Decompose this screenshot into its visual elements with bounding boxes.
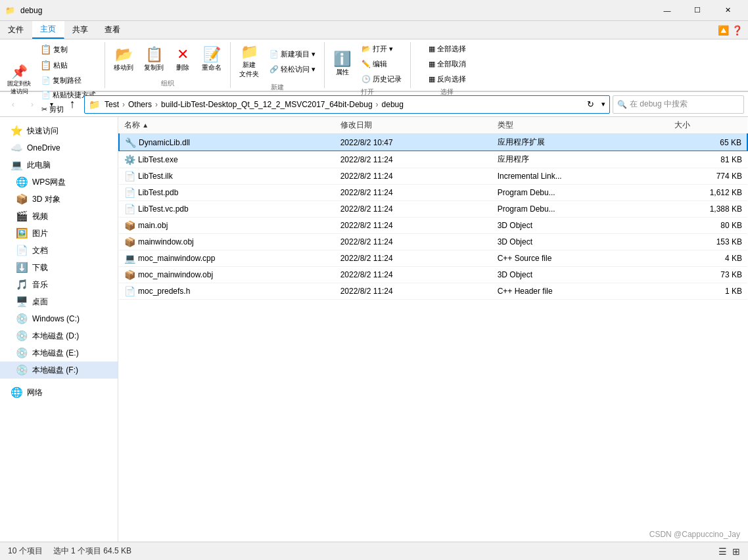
address-dropdown-icon[interactable]: ▾ bbox=[601, 100, 605, 108]
ribbon-content: 📌 固定到快速访问 📋 复制 📋 粘贴 📄复制路径 bbox=[0, 39, 748, 92]
delete-button[interactable]: ✕ 删除 bbox=[170, 45, 196, 75]
drive-c-icon: 💿 bbox=[16, 313, 28, 325]
main-area: ⭐ 快速访问 ☁️ OneDrive 💻 此电脑 🌐 WPS网盘 📦 3D 对象… bbox=[0, 117, 748, 542]
breadcrumb-debug[interactable]: debug bbox=[380, 99, 406, 110]
breadcrumb-others[interactable]: Others bbox=[126, 99, 154, 110]
sidebar-item-network[interactable]: 🌐 网络 bbox=[0, 384, 118, 401]
file-icon: 📄 bbox=[124, 187, 135, 198]
table-row[interactable]: 📄 LibTest.ilk 2022/8/2 11:24 Incremental… bbox=[119, 168, 747, 185]
select-all-button[interactable]: ▦全部选择 bbox=[424, 42, 471, 56]
tab-file[interactable]: 文件 bbox=[0, 21, 32, 39]
search-icon: 🔍 bbox=[617, 100, 627, 109]
table-row[interactable]: 📦 mainwindow.obj 2022/8/2 11:24 3D Objec… bbox=[119, 234, 747, 250]
table-row[interactable]: 🔧 DynamicLib.dll 2022/8/2 10:47 应用程序扩展 6… bbox=[119, 134, 747, 151]
sidebar-item-onedrive[interactable]: ☁️ OneDrive bbox=[0, 139, 118, 156]
col-header-name[interactable]: 名称 ▲ bbox=[119, 117, 335, 134]
sidebar-item-downloads[interactable]: ⬇️ 下载 bbox=[0, 259, 118, 276]
sidebar-item-label: 此电脑 bbox=[27, 160, 51, 171]
col-header-date[interactable]: 修改日期 bbox=[335, 117, 492, 134]
open-button[interactable]: 📂打开 ▾ bbox=[357, 42, 406, 56]
sidebar-item-desktop[interactable]: 🖥️ 桌面 bbox=[0, 293, 118, 310]
table-row[interactable]: 💻 moc_mainwindow.cpp 2022/8/2 11:24 C++ … bbox=[119, 250, 747, 267]
properties-button[interactable]: ℹ️ 属性 bbox=[329, 49, 356, 80]
file-type: 应用程序扩展 bbox=[492, 134, 669, 151]
videos-icon: 🎬 bbox=[16, 210, 28, 222]
tab-view[interactable]: 查看 bbox=[97, 21, 129, 39]
copy-path-button[interactable]: 📄复制路径 bbox=[37, 74, 101, 87]
sidebar-item-wps[interactable]: 🌐 WPS网盘 bbox=[0, 174, 118, 191]
minimize-button[interactable]: — bbox=[652, 0, 682, 21]
selected-count: 选中 1 个项目 64.5 KB bbox=[53, 546, 131, 557]
new-group-label: 新建 bbox=[271, 82, 284, 92]
col-header-size[interactable]: 大小 bbox=[669, 117, 748, 134]
recent-locations-button[interactable]: ▾ bbox=[42, 95, 60, 114]
file-size: 1,388 KB bbox=[669, 201, 748, 218]
sidebar-item-documents[interactable]: 📄 文档 bbox=[0, 242, 118, 259]
sidebar-item-videos[interactable]: 🎬 视频 bbox=[0, 208, 118, 225]
file-name: LibTest.pdb bbox=[138, 188, 178, 197]
sidebar-item-drive-f[interactable]: 💿 本地磁盘 (F:) bbox=[0, 362, 118, 379]
move-to-button[interactable]: 📂 移动到 bbox=[109, 45, 138, 75]
new-folder-button[interactable]: 📁 新建文件夹 bbox=[235, 42, 264, 82]
sidebar-item-label: 本地磁盘 (E:) bbox=[32, 348, 79, 359]
table-row[interactable]: 📄 LibTest.vc.pdb 2022/8/2 11:24 Program … bbox=[119, 201, 747, 218]
file-name: LibTest.vc.pdb bbox=[138, 204, 189, 214]
desktop-icon: 🖥️ bbox=[16, 296, 28, 308]
sidebar-item-label: 3D 对象 bbox=[32, 194, 60, 205]
table-row[interactable]: 📄 LibTest.pdb 2022/8/2 11:24 Program Deb… bbox=[119, 185, 747, 201]
file-size: 774 KB bbox=[669, 168, 748, 185]
sidebar-item-this-pc[interactable]: 💻 此电脑 bbox=[0, 156, 118, 174]
breadcrumb-test[interactable]: Test bbox=[103, 99, 121, 110]
folder-icon: 📁 bbox=[89, 99, 100, 110]
watermark: CSDN @Cappuccino_Jay bbox=[649, 530, 740, 539]
select-all-icon: ▦ bbox=[429, 45, 435, 53]
drive-f-icon: 💿 bbox=[16, 364, 28, 376]
invert-selection-button[interactable]: ▦反向选择 bbox=[424, 72, 471, 86]
edit-button[interactable]: ✏️编辑 bbox=[357, 57, 406, 71]
tab-share[interactable]: 共享 bbox=[64, 21, 97, 39]
ribbon-question-icon[interactable]: ❓ bbox=[732, 25, 743, 35]
table-row[interactable]: 📄 moc_predefs.h 2022/8/2 11:24 C++ Heade… bbox=[119, 283, 747, 300]
breadcrumb-build[interactable]: build-LibTest-Desktop_Qt_5_12_2_MSVC2017… bbox=[159, 99, 375, 110]
forward-button[interactable]: › bbox=[23, 95, 41, 114]
easy-access-button[interactable]: 🔗轻松访问 ▾ bbox=[265, 62, 320, 76]
paste-button[interactable]: 📋 粘贴 bbox=[35, 58, 101, 72]
history-button[interactable]: 🕒历史记录 bbox=[357, 72, 406, 86]
up-button[interactable]: ↑ bbox=[63, 95, 82, 114]
col-header-type[interactable]: 类型 bbox=[492, 117, 669, 134]
refresh-button[interactable]: ↻ bbox=[582, 96, 599, 113]
sidebar-item-quick-access[interactable]: ⭐ 快速访问 bbox=[0, 122, 118, 139]
maximize-button[interactable]: ☐ bbox=[682, 0, 713, 21]
file-icon: 💻 bbox=[124, 253, 135, 264]
file-date: 2022/8/2 11:24 bbox=[335, 283, 492, 300]
table-row[interactable]: 📦 moc_mainwindow.obj 2022/8/2 11:24 3D O… bbox=[119, 267, 747, 283]
status-bar: 10 个项目 选中 1 个项目 64.5 KB ☰ ⊞ bbox=[0, 542, 748, 560]
sidebar-item-drive-c[interactable]: 💿 Windows (C:) bbox=[0, 310, 118, 327]
sidebar-item-label: 本地磁盘 (F:) bbox=[32, 365, 78, 376]
view-toggle-list[interactable]: ☰ bbox=[718, 546, 727, 557]
ribbon-help-icon[interactable]: 🔼 bbox=[718, 25, 729, 35]
back-button[interactable]: ‹ bbox=[4, 95, 22, 114]
view-toggle-grid[interactable]: ⊞ bbox=[732, 546, 740, 557]
close-button[interactable]: ✕ bbox=[713, 0, 743, 21]
sidebar-item-3d[interactable]: 📦 3D 对象 bbox=[0, 191, 118, 208]
file-size: 1 KB bbox=[669, 283, 748, 300]
deselect-all-icon: ▦ bbox=[429, 60, 435, 68]
table-row[interactable]: 📦 main.obj 2022/8/2 11:24 3D Object 80 K… bbox=[119, 218, 747, 234]
sidebar-item-drive-d[interactable]: 💿 本地磁盘 (D:) bbox=[0, 327, 118, 344]
new-item-button[interactable]: 📄新建项目 ▾ bbox=[265, 47, 320, 61]
table-row[interactable]: ⚙️ LibTest.exe 2022/8/2 11:24 应用程序 81 KB bbox=[119, 151, 747, 168]
deselect-all-button[interactable]: ▦全部取消 bbox=[424, 57, 471, 71]
file-type: Incremental Link... bbox=[492, 168, 669, 185]
address-bar[interactable]: 📁 Test › Others › build-LibTest-Desktop_… bbox=[84, 95, 610, 114]
copy-button[interactable]: 📋 复制 bbox=[35, 42, 101, 57]
file-type: 3D Object bbox=[492, 218, 669, 234]
rename-button[interactable]: 📝 重命名 bbox=[197, 45, 226, 75]
sidebar-item-drive-e[interactable]: 💿 本地磁盘 (E:) bbox=[0, 344, 118, 362]
tab-home[interactable]: 主页 bbox=[32, 21, 64, 39]
sidebar-item-label: OneDrive bbox=[27, 143, 60, 152]
sidebar-item-music[interactable]: 🎵 音乐 bbox=[0, 276, 118, 293]
search-bar[interactable]: 🔍 在 debug 中搜索 bbox=[613, 95, 744, 114]
sidebar-item-pictures[interactable]: 🖼️ 图片 bbox=[0, 225, 118, 242]
copy-to-button[interactable]: 📋 复制到 bbox=[139, 45, 168, 75]
